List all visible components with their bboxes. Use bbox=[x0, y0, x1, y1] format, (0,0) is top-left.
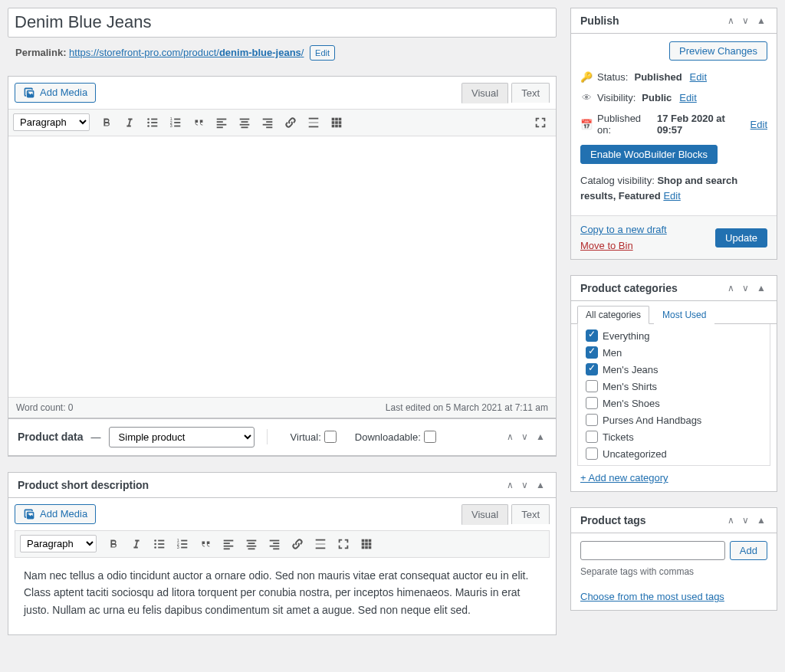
preview-button[interactable]: Preview Changes bbox=[669, 41, 767, 61]
svg-point-0 bbox=[147, 118, 149, 120]
number-list-icon[interactable]: 123 bbox=[172, 533, 193, 555]
visibility-edit-link[interactable]: Edit bbox=[679, 92, 696, 103]
triangle-up-icon[interactable]: ▲ bbox=[534, 431, 547, 442]
svg-rect-35 bbox=[339, 124, 342, 127]
last-edited: Last edited on 5 March 2021 at 7:11 am bbox=[386, 402, 548, 413]
category-item[interactable]: Men's Shoes bbox=[578, 395, 770, 411]
chevron-up-icon[interactable]: ∧ bbox=[505, 480, 515, 490]
svg-rect-34 bbox=[335, 124, 338, 127]
catalog-edit-link[interactable]: Edit bbox=[663, 190, 680, 202]
add-category-link[interactable]: + Add new category bbox=[580, 472, 668, 484]
title-input[interactable] bbox=[15, 11, 550, 34]
triangle-up-icon[interactable]: ▲ bbox=[755, 283, 767, 293]
link-icon[interactable] bbox=[287, 533, 308, 555]
short-editor-body[interactable]: Nam nec tellus a odio tincidunt auctor a… bbox=[15, 558, 550, 634]
tag-input[interactable] bbox=[580, 541, 725, 560]
copy-draft-link[interactable]: Copy to a new draft bbox=[580, 224, 667, 235]
permalink-link[interactable]: https://storefront-pro.com/product/denim… bbox=[69, 47, 304, 58]
status-edit-link[interactable]: Edit bbox=[690, 71, 707, 83]
align-center-icon[interactable] bbox=[234, 112, 255, 133]
triangle-up-icon[interactable]: ▲ bbox=[755, 15, 767, 26]
editor-body[interactable] bbox=[8, 136, 556, 397]
svg-point-36 bbox=[154, 539, 156, 542]
link-icon[interactable] bbox=[280, 112, 301, 133]
triangle-up-icon[interactable]: ▲ bbox=[534, 480, 547, 490]
svg-rect-5 bbox=[151, 125, 157, 126]
fullscreen-icon[interactable] bbox=[333, 533, 354, 555]
short-add-media-button[interactable]: Add Media bbox=[15, 504, 96, 524]
short-tab-visual[interactable]: Visual bbox=[461, 504, 508, 525]
chevron-down-icon[interactable]: ∨ bbox=[520, 480, 530, 490]
editor-tabs: Visual Text bbox=[458, 83, 550, 103]
chevron-down-icon[interactable]: ∨ bbox=[520, 431, 530, 442]
permalink-edit-button[interactable]: Edit bbox=[310, 45, 335, 61]
chevron-down-icon[interactable]: ∨ bbox=[741, 15, 751, 26]
bold-icon[interactable] bbox=[103, 533, 124, 555]
tab-all-categories[interactable]: All categories bbox=[577, 306, 649, 324]
category-list: EverythingMenMen's JeansMen's ShirtsMen'… bbox=[577, 324, 770, 466]
chevron-down-icon[interactable]: ∨ bbox=[741, 283, 751, 293]
italic-icon[interactable] bbox=[126, 533, 147, 555]
italic-icon[interactable] bbox=[119, 112, 140, 133]
number-list-icon[interactable]: 123 bbox=[165, 112, 186, 133]
tab-visual[interactable]: Visual bbox=[461, 83, 508, 103]
svg-rect-48 bbox=[224, 539, 234, 541]
chevron-up-icon[interactable]: ∧ bbox=[726, 15, 736, 26]
categories-title: Product categories bbox=[580, 282, 678, 294]
category-item[interactable]: Men's Shirts bbox=[578, 378, 770, 395]
published-edit-link[interactable]: Edit bbox=[751, 119, 767, 130]
tab-most-used[interactable]: Most Used bbox=[654, 306, 714, 324]
triangle-up-icon[interactable]: ▲ bbox=[755, 515, 767, 526]
category-item[interactable]: Men's Jeans bbox=[578, 361, 770, 378]
add-media-button[interactable]: Add Media bbox=[15, 83, 96, 103]
short-format-select[interactable]: Paragraph bbox=[20, 535, 97, 552]
blockquote-icon[interactable] bbox=[188, 112, 209, 133]
blockquote-icon[interactable] bbox=[195, 533, 216, 555]
chevron-up-icon[interactable]: ∧ bbox=[726, 283, 736, 293]
enable-woobuilder-button[interactable]: Enable WooBuilder Blocks bbox=[580, 145, 718, 164]
format-select[interactable]: Paragraph bbox=[13, 113, 90, 131]
align-left-icon[interactable] bbox=[218, 533, 239, 555]
category-item[interactable]: Men bbox=[578, 344, 770, 361]
svg-text:3: 3 bbox=[170, 123, 172, 128]
category-item[interactable]: Uncategorized bbox=[578, 445, 770, 462]
bullet-list-icon[interactable] bbox=[149, 533, 170, 555]
read-more-icon[interactable] bbox=[310, 533, 331, 555]
short-description-panel: Product short description ∧ ∨ ▲ Add Medi… bbox=[8, 472, 557, 635]
svg-rect-65 bbox=[369, 539, 372, 542]
align-left-icon[interactable] bbox=[211, 112, 232, 133]
align-right-icon[interactable] bbox=[264, 533, 285, 555]
bullet-list-icon[interactable] bbox=[142, 112, 163, 133]
svg-rect-31 bbox=[335, 121, 338, 124]
align-right-icon[interactable] bbox=[257, 112, 278, 133]
align-center-icon[interactable] bbox=[241, 533, 262, 555]
update-button[interactable]: Update bbox=[715, 228, 767, 247]
svg-rect-64 bbox=[365, 539, 368, 542]
tab-text[interactable]: Text bbox=[511, 83, 550, 103]
toolbar-toggle-icon[interactable] bbox=[326, 112, 347, 133]
category-item[interactable]: Tickets bbox=[578, 428, 770, 445]
category-item[interactable]: Everything bbox=[578, 327, 770, 344]
svg-rect-52 bbox=[247, 539, 257, 541]
virtual-checkbox[interactable]: Virtual: bbox=[291, 431, 337, 443]
svg-rect-71 bbox=[369, 546, 372, 549]
svg-rect-18 bbox=[240, 124, 250, 126]
add-tag-button[interactable]: Add bbox=[730, 541, 767, 560]
choose-tags-link[interactable]: Choose from the most used tags bbox=[580, 591, 724, 602]
svg-rect-37 bbox=[158, 539, 164, 541]
move-bin-link[interactable]: Move to Bin bbox=[580, 240, 667, 251]
bold-icon[interactable] bbox=[96, 112, 117, 133]
svg-rect-47 bbox=[181, 546, 187, 548]
short-tab-text[interactable]: Text bbox=[511, 504, 550, 524]
chevron-up-icon[interactable]: ∧ bbox=[505, 431, 515, 442]
chevron-down-icon[interactable]: ∨ bbox=[741, 515, 751, 526]
downloadable-checkbox[interactable]: Downloadable: bbox=[355, 431, 436, 443]
fullscreen-icon[interactable] bbox=[530, 112, 551, 133]
toolbar-toggle-icon[interactable] bbox=[356, 533, 377, 555]
svg-rect-22 bbox=[263, 124, 273, 126]
product-type-select[interactable]: Simple product bbox=[109, 427, 255, 447]
chevron-up-icon[interactable]: ∧ bbox=[726, 515, 736, 526]
svg-rect-29 bbox=[339, 117, 342, 120]
category-item[interactable]: Purses And Handbags bbox=[578, 411, 770, 428]
read-more-icon[interactable] bbox=[303, 112, 324, 133]
